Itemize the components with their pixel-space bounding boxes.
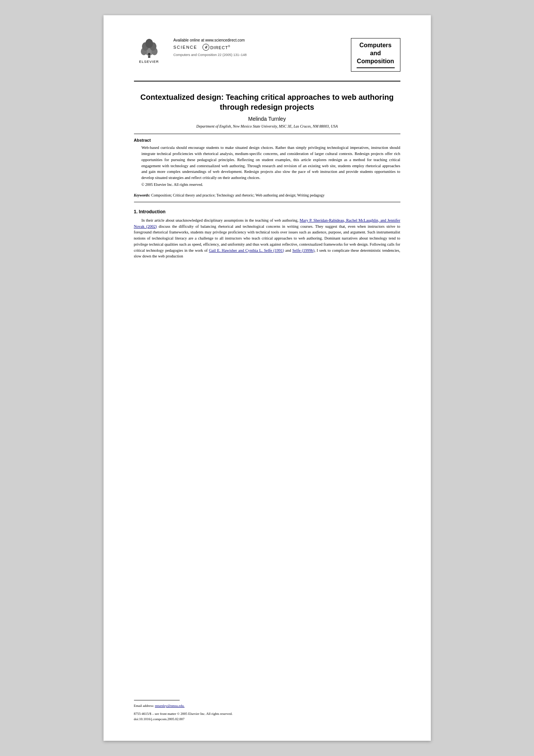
keywords-section: Keywords: Composition; Critical theory a…: [134, 193, 400, 198]
elsevier-label: ELSEVIER: [139, 60, 159, 64]
elsevier-logo: ELSEVIER: [134, 38, 164, 64]
journal-info: Available online at www.sciencedirect.co…: [174, 38, 342, 57]
journal-issue-label: Computers and Composition 22 (2005) 131–…: [174, 53, 342, 57]
doi-line: doi:10.1016/j.compcom.2005.02.007: [134, 717, 400, 722]
footnote-divider: [134, 700, 180, 700]
link-selfe-1999b[interactable]: Selfe (1999b): [292, 248, 314, 253]
email-label: Email address:: [134, 704, 154, 708]
copyright-line: © 2005 Elsevier Inc. All rights reserved…: [142, 182, 400, 187]
sciencedirect-logo: SCIENCE d DIRECT®: [174, 44, 342, 51]
science-label: SCIENCE: [174, 45, 198, 50]
section1-body: In their article about unacknowledged di…: [134, 217, 400, 259]
svg-point-7: [148, 53, 150, 55]
keywords-text: Composition; Critical theory and practic…: [151, 193, 325, 197]
abstract-heading: Abstract: [134, 138, 400, 142]
svg-point-6: [145, 39, 153, 48]
elsevier-tree-icon: [138, 38, 161, 59]
link-hawisher-selfe[interactable]: Gail E. Hawisher and Cynthia L. Selfe (1…: [209, 248, 284, 253]
journal-title-text: Computers and Composition: [357, 42, 395, 65]
abstract-text: Web-based curricula should encourage stu…: [142, 145, 400, 181]
direct-label: DIRECT®: [210, 45, 230, 50]
journal-title-underline: [357, 67, 395, 68]
section1-title: 1. Introduction: [134, 209, 400, 214]
issn-footnote: 8755-4615/$ – see front matter © 2005 El…: [134, 711, 400, 722]
journal-header: ELSEVIER Available online at www.science…: [134, 38, 400, 72]
email-footnote: Email address: mturnley@nmsu.edu.: [134, 703, 400, 708]
available-online-text: Available online at www.sciencedirect.co…: [174, 38, 342, 42]
title-divider: [134, 134, 400, 134]
abstract-divider: [134, 202, 400, 202]
link-sheridan-rabideau[interactable]: Mary P. Sheridan-Rabideau, Rachel McLaug…: [134, 218, 400, 229]
abstract-section: Abstract Web-based curricula should enco…: [134, 138, 400, 187]
keywords-label: Keywords:: [134, 193, 150, 197]
header-divider: [134, 81, 400, 82]
article-affiliation: Department of English, New Mexico State …: [134, 124, 400, 128]
article-page: ELSEVIER Available online at www.science…: [104, 15, 431, 741]
issn-line: 8755-4615/$ – see front matter © 2005 El…: [134, 711, 400, 717]
direct-circle-icon: d: [202, 44, 209, 51]
article-title: Contextualized design: Teaching critical…: [134, 92, 400, 112]
footnotes-area: Email address: mturnley@nmsu.edu. 8755-4…: [134, 692, 400, 722]
journal-title-box: Computers and Composition: [351, 38, 400, 72]
email-link[interactable]: mturnley@nmsu.edu.: [155, 704, 185, 708]
article-author: Melinda Turnley: [134, 116, 400, 122]
section1-paragraph1: In their article about unacknowledged di…: [134, 217, 400, 259]
